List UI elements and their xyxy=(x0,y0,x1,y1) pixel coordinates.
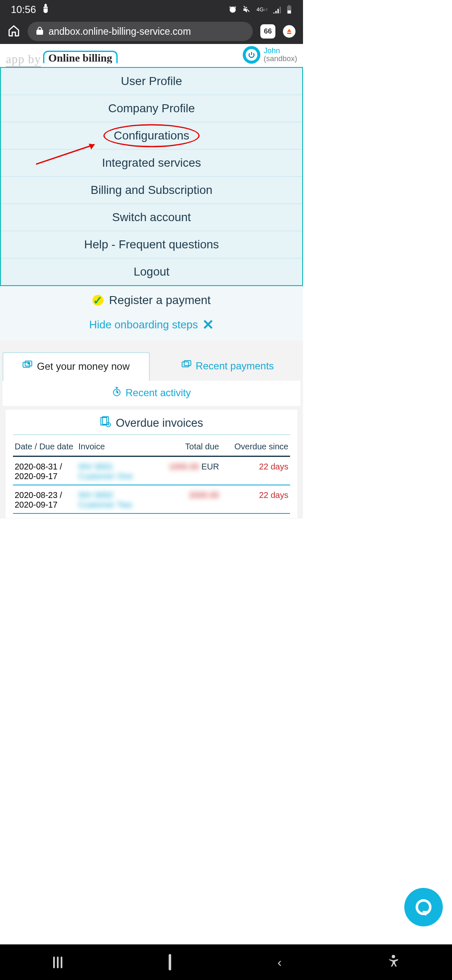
svg-marker-4 xyxy=(89,144,95,150)
url-bar[interactable]: andbox.online-billing-service.com xyxy=(28,22,253,41)
browser-home-button[interactable] xyxy=(8,24,20,39)
app-header: app by John (sandbox) Online billing xyxy=(0,44,303,67)
onboarding-block: , ✓ Register a payment Hide onboarding s… xyxy=(0,286,303,340)
menu-item-billing-subscription[interactable]: Billing and Subscription xyxy=(1,177,302,204)
svg-rect-1 xyxy=(288,5,290,6)
dashboard-tabs: Get your money now Recent payments Recen… xyxy=(0,340,303,518)
svg-point-7 xyxy=(28,363,30,365)
overdue-invoices-section: Overdue invoices Date / Due date Invoice… xyxy=(5,409,298,518)
signal-icon xyxy=(273,6,281,13)
table-row[interactable]: 2020-08-31 /2020-09-17 INV 0001Customer … xyxy=(13,456,290,485)
browser-toolbar: andbox.online-billing-service.com 66 xyxy=(0,19,303,44)
status-time: 10:56 xyxy=(11,4,36,15)
status-app-icon xyxy=(42,4,49,15)
th-invoice[interactable]: Invoice xyxy=(77,435,160,456)
user-name: John xyxy=(264,47,297,55)
user-context: (sandbox) xyxy=(264,55,297,63)
hide-onboarding-button[interactable]: Hide onboarding steps ✕ xyxy=(0,316,303,333)
invoices-icon xyxy=(100,416,111,430)
svg-rect-8 xyxy=(182,362,189,367)
android-status-bar: 10:56 4G↓↑ xyxy=(0,0,303,19)
th-date[interactable]: Date / Due date xyxy=(13,435,77,456)
check-icon: ✓ xyxy=(92,295,103,306)
browser-update-badge[interactable] xyxy=(283,25,295,38)
menu-item-user-profile[interactable]: User Profile xyxy=(1,68,302,95)
stopwatch-icon xyxy=(112,387,121,399)
user-menu-trigger[interactable]: John (sandbox) xyxy=(243,46,297,64)
tab-get-money-now[interactable]: Get your money now xyxy=(3,352,150,381)
onboarding-register-payment[interactable]: ✓ Register a payment xyxy=(0,294,303,307)
mute-icon xyxy=(242,5,252,14)
close-icon: ✕ xyxy=(202,316,214,333)
menu-item-switch-account[interactable]: Switch account xyxy=(1,204,302,231)
tab-recent-payments[interactable]: Recent payments xyxy=(155,352,300,381)
th-since[interactable]: Overdue since xyxy=(221,435,290,456)
menu-item-help-faq[interactable]: Help - Frequent questions xyxy=(1,231,302,258)
table-row[interactable]: 2020-08-23 /2020-09-17 INV 0002Customer … xyxy=(13,485,290,513)
menu-item-configurations[interactable]: Configurations xyxy=(1,122,302,150)
overdue-table: Date / Due date Invoice Total due Overdu… xyxy=(13,435,290,514)
tab-switcher[interactable]: 66 xyxy=(260,24,275,39)
payments-icon xyxy=(182,360,192,372)
power-icon xyxy=(243,46,260,64)
money-icon xyxy=(23,361,33,372)
network-type: 4G↓↑ xyxy=(257,7,268,12)
tab-recent-activity[interactable]: Recent activity xyxy=(112,387,191,399)
menu-item-company-profile[interactable]: Company Profile xyxy=(1,95,302,122)
menu-item-logout[interactable]: Logout xyxy=(1,258,302,285)
url-text: andbox.online-billing-service.com xyxy=(49,26,191,37)
svg-rect-9 xyxy=(184,361,191,366)
svg-rect-2 xyxy=(288,10,291,13)
battery-icon xyxy=(286,5,292,14)
section-title: Overdue invoices xyxy=(13,414,290,435)
menu-item-integrated-services[interactable]: Integrated services xyxy=(1,150,302,177)
alarm-icon xyxy=(228,5,237,14)
app-logo[interactable]: Online billing xyxy=(43,51,118,63)
th-total[interactable]: Total due xyxy=(160,435,221,456)
account-dropdown: User Profile Company Profile Configurati… xyxy=(0,67,303,286)
app-by-label: app by xyxy=(6,52,41,67)
lock-icon xyxy=(36,26,44,37)
